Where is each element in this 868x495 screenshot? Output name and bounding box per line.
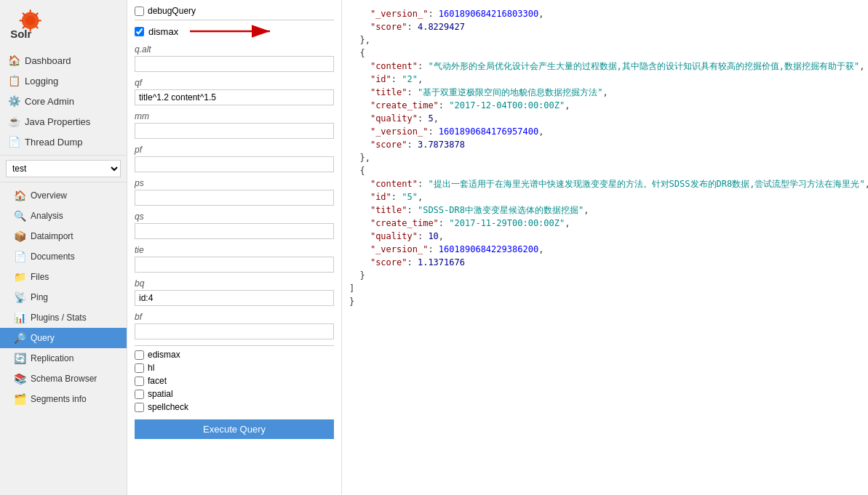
mm-input[interactable] bbox=[135, 123, 334, 139]
bq-label: bq bbox=[135, 278, 334, 289]
core-nav-schema-browser[interactable]: 📚 Schema Browser bbox=[0, 369, 127, 389]
replication-icon: 🔄 bbox=[13, 352, 26, 365]
thread-dump-icon: 📄 bbox=[7, 135, 20, 148]
nav-label-java-properties: Java Properties bbox=[25, 116, 90, 127]
qs-row: qs bbox=[135, 212, 334, 239]
solr-logo: Solr bbox=[7, 7, 44, 44]
nav-label-core-admin: Core Admin bbox=[25, 96, 74, 107]
main-navigation: 🏠 Dashboard 📋 Logging ⚙️ Core Admin ☕ Ja… bbox=[0, 47, 127, 155]
edismax-checkbox[interactable] bbox=[135, 350, 144, 360]
bf-row: bf bbox=[135, 312, 334, 339]
core-nav-segments-info[interactable]: 🗂️ Segments info bbox=[0, 389, 127, 409]
core-nav-plugins-stats[interactable]: 📊 Plugins / Stats bbox=[0, 307, 127, 328]
qs-label: qs bbox=[135, 212, 334, 222]
java-properties-icon: ☕ bbox=[7, 115, 20, 128]
ping-icon: 📡 bbox=[13, 291, 26, 304]
main-content: debugQuery dismax q.alt qf bbox=[127, 0, 868, 495]
nav-item-dashboard[interactable]: 🏠 Dashboard bbox=[0, 50, 127, 71]
qf-input[interactable] bbox=[135, 89, 334, 105]
q-alt-label: q.alt bbox=[135, 44, 334, 55]
facet-label: facet bbox=[148, 376, 167, 386]
nav-item-thread-dump[interactable]: 📄 Thread Dump bbox=[0, 132, 127, 152]
execute-query-button[interactable]: Execute Query bbox=[135, 419, 334, 439]
core-nav-label-replication: Replication bbox=[31, 353, 73, 363]
tie-row: tie bbox=[135, 245, 334, 273]
plugins-stats-icon: 📊 bbox=[13, 311, 26, 324]
spellcheck-label: spellcheck bbox=[148, 402, 188, 412]
core-nav-analysis[interactable]: 🔍 Analysis bbox=[0, 206, 127, 226]
core-nav-files[interactable]: 📁 Files bbox=[0, 267, 127, 287]
dismax-row: dismax bbox=[135, 24, 334, 39]
debug-query-checkbox[interactable] bbox=[135, 7, 144, 16]
tie-label: tie bbox=[135, 245, 334, 255]
edismax-row: edismax bbox=[135, 350, 334, 360]
edismax-label: edismax bbox=[148, 350, 180, 360]
core-nav-documents[interactable]: 📄 Documents bbox=[0, 246, 127, 267]
nav-label-thread-dump: Thread Dump bbox=[25, 137, 82, 148]
svg-line-8 bbox=[23, 13, 25, 16]
documents-icon: 📄 bbox=[13, 250, 26, 263]
core-selector-area: test bbox=[0, 155, 127, 182]
tie-input[interactable] bbox=[135, 257, 334, 273]
debug-query-row: debugQuery bbox=[135, 6, 334, 16]
nav-label-dashboard: Dashboard bbox=[25, 55, 71, 66]
core-nav-ping[interactable]: 📡 Ping bbox=[0, 287, 127, 307]
mm-row: mm bbox=[135, 111, 334, 139]
hl-checkbox[interactable] bbox=[135, 363, 144, 373]
query-panel: debugQuery dismax q.alt qf bbox=[127, 0, 342, 495]
pf-label: pf bbox=[135, 145, 334, 155]
ps-label: ps bbox=[135, 178, 334, 188]
results-panel: "_version_": 1601890684216803300, "score… bbox=[342, 0, 868, 495]
ps-input[interactable] bbox=[135, 190, 334, 206]
nav-item-java-properties[interactable]: ☕ Java Properties bbox=[0, 111, 127, 132]
nav-item-core-admin[interactable]: ⚙️ Core Admin bbox=[0, 91, 127, 111]
facet-checkbox[interactable] bbox=[135, 377, 144, 386]
bq-input[interactable] bbox=[135, 290, 334, 306]
core-nav-dataimport[interactable]: 📦 Dataimport bbox=[0, 226, 127, 246]
divider-2 bbox=[135, 345, 334, 346]
core-nav-label-analysis: Analysis bbox=[31, 211, 63, 221]
logging-icon: 📋 bbox=[7, 74, 20, 87]
ps-row: ps bbox=[135, 178, 334, 206]
qf-label: qf bbox=[135, 78, 334, 88]
svg-line-4 bbox=[36, 25, 39, 28]
core-nav-label-plugins-stats: Plugins / Stats bbox=[31, 313, 87, 323]
query-icon: 🔎 bbox=[13, 331, 26, 345]
hl-label: hl bbox=[148, 363, 154, 373]
nav-item-logging[interactable]: 📋 Logging bbox=[0, 71, 127, 91]
qf-row: qf bbox=[135, 78, 334, 105]
core-nav-replication[interactable]: 🔄 Replication bbox=[0, 348, 127, 369]
segments-info-icon: 🗂️ bbox=[13, 393, 26, 406]
bf-input[interactable] bbox=[135, 323, 334, 339]
core-nav-label-dataimport: Dataimport bbox=[31, 231, 73, 241]
core-nav-query[interactable]: 🔎 Query bbox=[0, 328, 127, 348]
divider-1 bbox=[135, 20, 334, 20]
core-nav-label-overview: Overview bbox=[31, 190, 67, 201]
hl-row: hl bbox=[135, 363, 334, 373]
dismax-checkbox[interactable] bbox=[135, 27, 144, 36]
pf-input[interactable] bbox=[135, 156, 334, 172]
q-alt-input[interactable] bbox=[135, 56, 334, 72]
core-nav-overview[interactable]: 🏠 Overview bbox=[0, 185, 127, 206]
spatial-checkbox[interactable] bbox=[135, 390, 144, 399]
dismax-label: dismax bbox=[148, 26, 178, 37]
facet-row: facet bbox=[135, 376, 334, 386]
schema-browser-icon: 📚 bbox=[13, 372, 26, 385]
logo-area: Solr bbox=[0, 0, 127, 47]
spellcheck-checkbox[interactable] bbox=[135, 403, 144, 412]
json-output: "_version_": 1601890684216803300, "score… bbox=[349, 7, 861, 308]
files-icon: 📁 bbox=[13, 270, 26, 283]
svg-line-2 bbox=[36, 13, 39, 16]
svg-point-9 bbox=[25, 16, 35, 25]
core-admin-icon: ⚙️ bbox=[7, 94, 20, 108]
core-selector[interactable]: test bbox=[6, 160, 121, 177]
qs-input[interactable] bbox=[135, 223, 334, 239]
bq-row: bq bbox=[135, 278, 334, 306]
core-navigation: 🏠 Overview 🔍 Analysis 📦 Dataimport 📄 Doc… bbox=[0, 182, 127, 412]
overview-icon: 🏠 bbox=[13, 189, 26, 202]
nav-label-logging: Logging bbox=[25, 76, 58, 86]
spatial-row: spatial bbox=[135, 389, 334, 399]
debug-query-label: debugQuery bbox=[148, 6, 196, 16]
spellcheck-row: spellcheck bbox=[135, 402, 334, 412]
analysis-icon: 🔍 bbox=[13, 209, 26, 222]
